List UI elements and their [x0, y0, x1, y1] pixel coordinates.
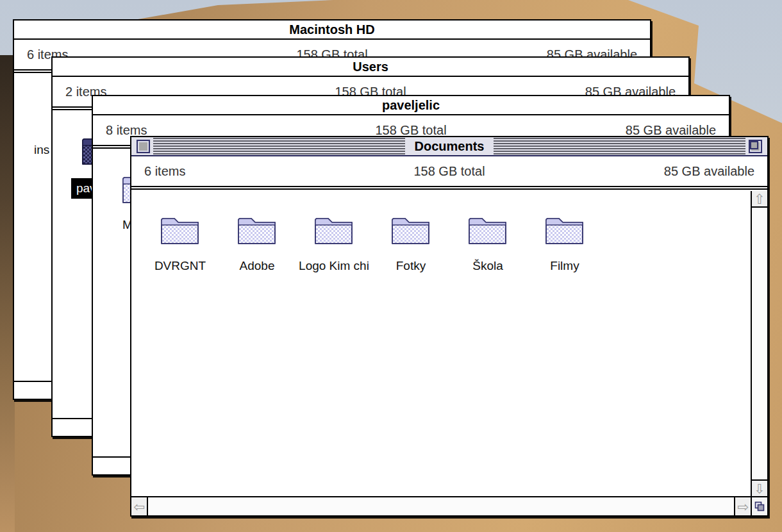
folder-icon [314, 215, 354, 245]
folder-item-label: Fotky [372, 258, 449, 274]
folder-item[interactable]: Adobe [219, 215, 295, 274]
folder-item-label: Adobe [219, 258, 295, 274]
titlebar-documents[interactable]: Documents [131, 137, 767, 156]
available-size: 85 GB available [664, 164, 754, 179]
titlebar-macintosh-hd[interactable]: Macintosh HD [14, 21, 650, 40]
scroll-down-icon[interactable]: ⇩ [752, 479, 767, 496]
window-content: DVRGNT Adobe Logo Kim chi Fotky [131, 191, 751, 496]
window-title: Users [346, 60, 395, 74]
folder-item[interactable]: Logo Kim chi [295, 215, 372, 274]
scroll-left-icon[interactable]: ⇦ [131, 497, 148, 515]
vertical-scrollbar[interactable]: ⇧ ⇩ [751, 191, 767, 496]
resize-grip[interactable] [751, 496, 767, 515]
scroll-up-icon[interactable]: ⇧ [752, 191, 767, 208]
scroll-right-icon[interactable]: ⇨ [734, 497, 751, 515]
folder-item[interactable]: Fotky [372, 215, 449, 274]
window-documents: Documents 6 items 158 GB total 85 GB ava… [130, 136, 769, 517]
folder-icon [468, 215, 508, 245]
folder-item[interactable]: Filmy [526, 215, 603, 274]
titlebar-stripes [494, 138, 745, 154]
window-title: paveljelic [376, 98, 446, 113]
zoom-button[interactable] [749, 140, 762, 153]
close-button[interactable] [137, 140, 150, 153]
folder-item-label: Logo Kim chi [295, 258, 372, 274]
folder-item[interactable]: Škola [449, 215, 526, 274]
window-title: Macintosh HD [283, 22, 381, 37]
resize-grip-icon [754, 501, 765, 511]
folder-item-label: Filmy [526, 258, 603, 274]
folder-icon [160, 215, 200, 245]
folder-item[interactable]: DVRGNT [142, 215, 219, 274]
statusbar: 6 items 158 GB total 85 GB available [131, 156, 767, 186]
folder-icon [391, 215, 431, 245]
folder-item-label: DVRGNT [142, 258, 219, 274]
titlebar-users[interactable]: Users [53, 58, 688, 77]
folder-icon [237, 215, 277, 245]
titlebar-paveljelic[interactable]: paveljelic [93, 96, 729, 115]
horizontal-scrollbar[interactable]: ⇦ ⇨ [131, 496, 751, 515]
folder-item-label[interactable]: ins [34, 143, 49, 157]
titlebar-stripes [153, 138, 405, 154]
status-separator [131, 186, 767, 190]
folder-icon [545, 215, 585, 245]
window-title: Documents [408, 139, 491, 154]
folder-item-label: Škola [449, 258, 526, 274]
